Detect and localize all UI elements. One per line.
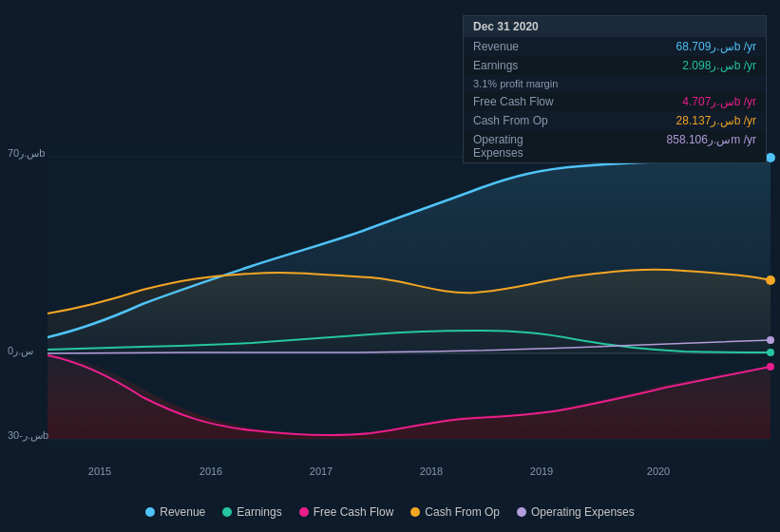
y-label-70: س.ر70b: [8, 147, 45, 160]
tooltip-value-revenue: س.ر68.709b /yr: [578, 37, 766, 56]
svg-point-4: [766, 153, 775, 162]
legend-item-earnings[interactable]: Earnings: [222, 505, 281, 519]
legend-dot-earnings: [222, 507, 232, 517]
svg-point-6: [767, 363, 774, 370]
tooltip-row-margin: 3.1% profit margin: [464, 75, 766, 92]
legend-item-cashfromop[interactable]: Cash From Op: [410, 505, 500, 519]
legend-item-fcf[interactable]: Free Cash Flow: [299, 505, 394, 519]
chart-legend: Revenue Earnings Free Cash Flow Cash Fro…: [0, 505, 780, 519]
x-label-2018: 2018: [420, 466, 443, 477]
tooltip-row-earnings: Earnings س.ر2.098b /yr: [464, 56, 766, 75]
tooltip-header: Dec 31 2020: [464, 16, 766, 37]
legend-label-earnings: Earnings: [237, 505, 281, 519]
tooltip-row-fcf: Free Cash Flow س.ر4.707b /yr: [464, 92, 766, 111]
tooltip-label-opex: Operating Expenses: [464, 130, 578, 162]
tooltip-value-cashfromop: س.ر28.137b /yr: [578, 111, 766, 130]
tooltip-profit-margin: 3.1% profit margin: [464, 75, 766, 92]
legend-label-cashfromop: Cash From Op: [425, 505, 500, 519]
legend-item-opex[interactable]: Operating Expenses: [517, 505, 635, 519]
tooltip-row-opex: Operating Expenses س.ر858.106m /yr: [464, 130, 766, 162]
x-label-2015: 2015: [88, 466, 111, 477]
svg-point-5: [766, 276, 775, 285]
tooltip-table: Revenue س.ر68.709b /yr Earnings س.ر2.098…: [464, 37, 766, 162]
svg-point-8: [767, 349, 774, 356]
x-label-2017: 2017: [310, 466, 333, 477]
y-label-0: س.ر0: [8, 345, 33, 357]
tooltip-panel: Dec 31 2020 Revenue س.ر68.709b /yr Earni…: [463, 15, 767, 163]
legend-label-revenue: Revenue: [160, 505, 205, 519]
legend-dot-revenue: [145, 507, 155, 517]
legend-item-revenue[interactable]: Revenue: [145, 505, 205, 519]
legend-dot-fcf: [299, 507, 309, 517]
svg-point-7: [767, 336, 774, 344]
tooltip-label-cashfromop: Cash From Op: [464, 111, 578, 130]
x-label-2019: 2019: [530, 466, 553, 477]
tooltip-row-revenue: Revenue س.ر68.709b /yr: [464, 37, 766, 56]
tooltip-value-earnings: س.ر2.098b /yr: [578, 56, 766, 75]
x-label-2020: 2020: [647, 466, 670, 477]
legend-dot-opex: [517, 507, 526, 517]
legend-label-opex: Operating Expenses: [531, 505, 635, 519]
x-label-2016: 2016: [200, 466, 222, 477]
legend-label-fcf: Free Cash Flow: [314, 505, 394, 519]
y-label-neg30: س.ر-30b: [8, 429, 48, 442]
chart-container: س.ر70b س.ر0 س.ر-30b 2015 2016 2017 2018 …: [0, 0, 780, 532]
tooltip-row-cashfromop: Cash From Op س.ر28.137b /yr: [464, 111, 766, 130]
tooltip-value-opex: س.ر858.106m /yr: [578, 130, 766, 162]
tooltip-label-fcf: Free Cash Flow: [464, 92, 578, 111]
tooltip-label-earnings: Earnings: [464, 56, 578, 75]
tooltip-label-revenue: Revenue: [464, 37, 578, 56]
legend-dot-cashfromop: [410, 507, 420, 517]
tooltip-value-fcf: س.ر4.707b /yr: [578, 92, 766, 111]
